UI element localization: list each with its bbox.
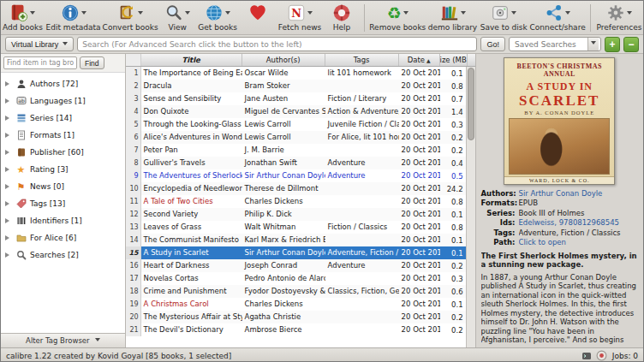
column-header-date[interactable]: Date▲ xyxy=(399,54,440,66)
tag-browser-item-identifiers[interactable]: Identifiers [1] xyxy=(1,212,125,229)
dropdown-arrow-icon[interactable] xyxy=(565,11,570,17)
dropdown-arrow-icon[interactable] xyxy=(307,11,313,17)
tag-browser-item-languages[interactable]: abLanguages [1] xyxy=(1,92,125,110)
book-row[interactable]: 8 Gulliver's Travels Jonathan Swift Adve… xyxy=(126,157,466,169)
tag-browser-item-tags[interactable]: Tags [13] xyxy=(1,195,125,212)
cell-authors: Fyodor Dostoyevsky & G... xyxy=(242,285,325,298)
book-row[interactable]: 10 Encyclopedia of Needlework Therese de… xyxy=(126,182,466,195)
convert-books-button[interactable]: Convert books xyxy=(105,2,155,34)
get-books-button[interactable]: Get books xyxy=(200,2,236,34)
expand-arrow-icon[interactable] xyxy=(5,81,12,86)
book-row[interactable]: 7 Peter Pan J. M. Barrie 20 Oct 2010 0.2 xyxy=(126,144,466,157)
path-link[interactable]: Click to open xyxy=(519,238,639,248)
tag-browser-item-publisher[interactable]: Publisher [60] xyxy=(1,144,125,161)
find-button[interactable]: Find xyxy=(80,56,104,69)
expand-arrow-icon[interactable] xyxy=(5,201,12,206)
dropdown-arrow-icon[interactable] xyxy=(461,11,466,17)
column-header-title[interactable]: Title xyxy=(141,54,242,66)
expand-arrow-icon[interactable] xyxy=(5,184,12,189)
donate-button[interactable] xyxy=(243,2,272,34)
saved-searches-select[interactable]: Saved Searches xyxy=(509,37,601,51)
book-row[interactable]: 3 Sense and Sensibility Jane Austen Fict… xyxy=(126,92,466,105)
expand-arrow-icon[interactable] xyxy=(5,167,12,172)
book-row[interactable]: 14 The Communist Manifesto Karl Marx & F… xyxy=(126,234,466,246)
jobs-button[interactable]: Jobs: 0 xyxy=(612,352,638,360)
edit-metadata-button[interactable]: Edit metadata xyxy=(49,2,98,34)
book-row[interactable]: 2 Dracula Bram Stoker 20 Oct 2010 0.8 xyxy=(126,80,466,92)
view-button[interactable]: View xyxy=(163,2,192,34)
fetch-news-button[interactable]: N Fetch news xyxy=(280,2,319,34)
tag-browser-item-news[interactable]: ⚑News [0] xyxy=(1,178,125,195)
dropdown-arrow-icon[interactable] xyxy=(225,11,230,17)
cover-illustration xyxy=(509,118,610,175)
expand-arrow-icon[interactable] xyxy=(5,116,12,121)
save-search-button[interactable]: + xyxy=(605,37,620,52)
combo-arrow-icon[interactable] xyxy=(587,38,599,50)
save-to-disk-button[interactable]: Save to disk xyxy=(482,2,525,34)
go-button[interactable]: Go! xyxy=(480,37,505,51)
cell-tags xyxy=(325,144,399,157)
book-row[interactable]: 20 The Mysterious Affair at Styles Agath… xyxy=(126,311,466,323)
tag-browser-item-formats[interactable]: Formats [1] xyxy=(1,127,125,144)
dropdown-arrow-icon[interactable] xyxy=(511,11,516,17)
column-header-size[interactable]: Size (MB) xyxy=(440,54,468,66)
book-row[interactable]: 6 Alice's Adventures in Wonder... Lewis … xyxy=(126,131,466,144)
expand-arrow-icon[interactable] xyxy=(5,252,12,258)
tag-browser-item-rating[interactable]: ★Rating [3] xyxy=(1,161,125,178)
cell-authors: Sir Arthur Conan Doyle xyxy=(242,246,325,259)
tag-browser-item-searches[interactable]: Searches [2] xyxy=(1,246,125,264)
series-value[interactable]: Book III of Holmes xyxy=(519,209,639,219)
preferences-button[interactable]: Preferences xyxy=(599,2,640,34)
expand-arrow-icon[interactable] xyxy=(5,235,12,240)
column-header-authors[interactable]: Author(s) xyxy=(242,54,325,66)
book-cover[interactable]: BEETON'S CHRISTMAS ANNUAL A STUDY IN SCA… xyxy=(504,57,615,185)
dropdown-arrow-icon[interactable] xyxy=(403,11,408,17)
book-row[interactable]: 16 Heart of Darkness Joseph Conrad Adven… xyxy=(126,259,466,272)
tag-browser-item-for-alice[interactable]: For Alice [6] xyxy=(1,229,125,246)
authors-link[interactable]: Sir Arthur Conan Doyle xyxy=(519,189,639,199)
console-icon[interactable] xyxy=(581,351,592,361)
book-row[interactable]: 13 Leaves of Grass Walt Whitman Fiction … xyxy=(126,221,466,234)
book-row[interactable]: 1 The Importance of Being Ear... Oscar W… xyxy=(126,67,466,80)
book-row[interactable]: 17 Novelas Cortas Pedro Antonio de Alarc… xyxy=(126,272,466,285)
dropdown-arrow-icon[interactable] xyxy=(138,11,143,17)
book-list-scrollbar[interactable] xyxy=(466,67,475,347)
virtual-library-button[interactable]: Virtual Library xyxy=(5,37,74,51)
expand-arrow-icon[interactable] xyxy=(5,218,12,223)
delete-search-button[interactable]: − xyxy=(623,37,639,52)
search-input[interactable] xyxy=(77,37,477,51)
dropdown-arrow-icon[interactable] xyxy=(627,11,632,17)
expand-arrow-icon[interactable] xyxy=(5,133,12,138)
tag-browser-item-authors[interactable]: Authors [72] xyxy=(1,75,125,92)
book-row[interactable]: 18 Crime and Punishment Fyodor Dostoyevs… xyxy=(126,285,466,298)
ids-link[interactable]: Edelweiss, 9780812968545 xyxy=(519,218,639,228)
book-row[interactable]: 5 Through the Looking-Glass Lewis Carrol… xyxy=(126,118,466,131)
book-row[interactable]: 19 A Christmas Carol Charles Dickens 20 … xyxy=(126,298,466,311)
remove-books-button[interactable]: ♻ Remove books xyxy=(373,2,423,34)
book-row[interactable]: 21 The Devil's Dictionary Ambrose Bierce… xyxy=(126,323,466,336)
dropdown-arrow-icon[interactable] xyxy=(30,11,35,17)
dropdown-arrow-icon[interactable] xyxy=(81,11,86,17)
connect-share-button[interactable]: Connect/share xyxy=(533,2,582,34)
save-to-disk-label: Save to disk xyxy=(480,23,528,33)
book-row[interactable]: 15 A Study in Scarlet Sir Arthur Conan D… xyxy=(126,246,466,259)
dropdown-arrow-icon[interactable] xyxy=(185,11,190,17)
tags-value[interactable]: Adventure, Fiction / Classics xyxy=(519,228,639,239)
scrollbar-thumb[interactable] xyxy=(468,68,474,140)
jobs-spinner-icon[interactable] xyxy=(596,350,607,361)
book-list-body: 1 The Importance of Being Ear... Oscar W… xyxy=(126,67,475,336)
add-books-button[interactable]: Add books xyxy=(4,2,41,34)
formats-value[interactable]: EPUB xyxy=(519,199,639,209)
column-header-tags[interactable]: Tags xyxy=(325,54,399,66)
book-row[interactable]: 11 A Tale of Two Cities Charles Dickens … xyxy=(126,195,466,208)
library-button[interactable]: demo library xyxy=(431,2,475,34)
book-row[interactable]: 4 Don Quixote Miguel de Cervantes Saa...… xyxy=(126,105,466,118)
alter-tag-browser-button[interactable]: Alter Tag Browser xyxy=(1,333,125,347)
expand-arrow-icon[interactable] xyxy=(5,150,12,155)
expand-arrow-icon[interactable] xyxy=(5,98,12,104)
tag-browser-find-input[interactable] xyxy=(3,56,77,69)
book-row[interactable]: 9 The Adventures of Sherlock ... Sir Art… xyxy=(126,169,466,182)
tag-browser-item-series[interactable]: Series [14] xyxy=(1,110,125,127)
book-row[interactable]: 12 Second Variety Philip K. Dick 20 Oct … xyxy=(126,208,466,221)
help-button[interactable]: Help xyxy=(327,2,356,34)
